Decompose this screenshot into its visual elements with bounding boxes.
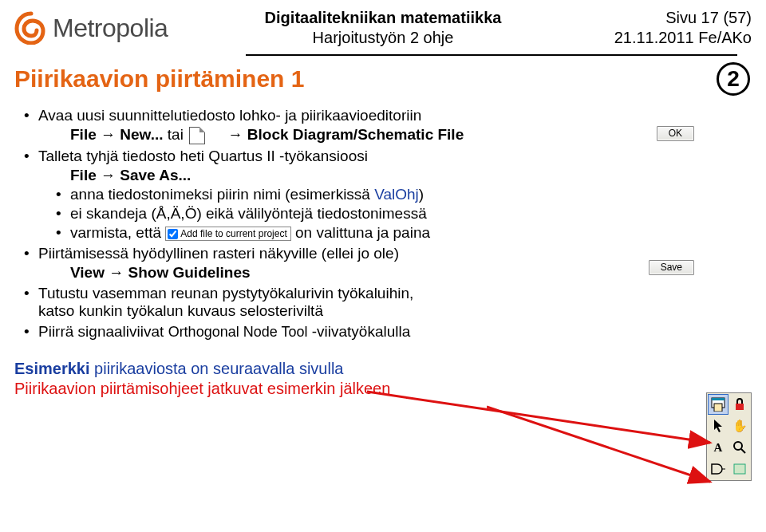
svg-point-4 bbox=[734, 442, 742, 450]
svg-rect-7 bbox=[734, 464, 745, 474]
bullet-draw-c: -viivatyökalulla bbox=[307, 323, 410, 340]
menu-show-guidelines: Show Guidelines bbox=[128, 264, 251, 281]
page-number: Sivu 17 (57) bbox=[614, 8, 752, 28]
palette-lock-icon[interactable] bbox=[729, 394, 750, 415]
brand-logo: Metropolia bbox=[14, 11, 168, 45]
checkbox-input[interactable] bbox=[168, 229, 178, 239]
menu-file: File bbox=[70, 126, 97, 143]
tool-orthogonal-node: Orthogonal Node Tool bbox=[168, 324, 308, 340]
doc-title-line1: Digitaalitekniikan matematiikka bbox=[265, 8, 502, 28]
bullet-raster: Piirtämisessä hyödyllinen rasteri näkyvi… bbox=[38, 245, 752, 282]
subline-view-guidelines: View → Show Guidelines bbox=[38, 264, 752, 282]
sub-no-scand: ei skandeja (Å,Ä,Ö) eikä välilyöntejä ti… bbox=[70, 205, 752, 223]
subline-file-new: File → New... tai → Block Diagram/Schema… bbox=[38, 126, 752, 144]
palette-hand-icon[interactable]: ✋ bbox=[729, 416, 750, 436]
palette-pointer-icon[interactable] bbox=[708, 416, 728, 436]
bullet-draw: Piirrä signaaliviivat Orthogonal Node To… bbox=[38, 323, 752, 341]
doc-meta: Sivu 17 (57) 21.11.2011 Fe/AKo bbox=[614, 8, 752, 48]
save-button[interactable]: Save bbox=[649, 260, 694, 275]
doc-title-line2: Harjoitustyön 2 ohje bbox=[265, 28, 502, 48]
palette-zoom-icon[interactable] bbox=[729, 437, 750, 458]
ok-button[interactable]: OK bbox=[657, 126, 694, 141]
svg-rect-3 bbox=[736, 404, 744, 410]
footer-line1-a: Esimerkki bbox=[14, 360, 90, 377]
menu-view: View bbox=[70, 264, 105, 281]
bullet-open-file-text: Avaa uusi suunnittelutiedosto lohko- ja … bbox=[38, 107, 421, 124]
svg-line-8 bbox=[367, 392, 710, 443]
red-arrow-to-tool bbox=[487, 402, 726, 490]
palette-window-icon[interactable] bbox=[708, 394, 728, 415]
sub-filename-pre: anna tiedostonimeksi piirin nimi (esimer… bbox=[70, 186, 374, 203]
sub-filename-blue: ValOhj bbox=[374, 186, 419, 203]
tool-palette: ✋ A bbox=[706, 392, 752, 481]
menu-file: File bbox=[70, 167, 97, 183]
bullet-tools-b: katso kunkin työkalun kuvaus selosterivi… bbox=[38, 302, 323, 319]
sub-filename: anna tiedostonimeksi piirin nimi (esimer… bbox=[70, 186, 752, 203]
sub-addfile-b: on valittuna ja paina bbox=[295, 224, 430, 241]
svg-rect-2 bbox=[714, 404, 722, 412]
page-badge: 2 bbox=[717, 62, 750, 96]
sub-addfile-a: varmista, että bbox=[70, 224, 165, 241]
menu-block-diagram: Block Diagram/Schematic File bbox=[247, 126, 464, 143]
footer-line1-b: piirikaaviosta on seuraavalla sivulla bbox=[90, 360, 344, 377]
sub-filename-post: ) bbox=[419, 186, 424, 203]
arrow-icon: → bbox=[109, 264, 124, 281]
arrow-icon: → bbox=[228, 126, 243, 143]
menu-new: New... bbox=[120, 126, 163, 143]
section-title: Piirikaavion piirtäminen 1 bbox=[14, 65, 304, 93]
bullet-save-file: Talleta tyhjä tiedosto heti Quartus II -… bbox=[38, 148, 752, 242]
body-list: Avaa uusi suunnittelutiedosto lohko- ja … bbox=[14, 107, 752, 341]
sub-addfile: varmista, että Add file to current proje… bbox=[70, 224, 752, 242]
text-or: tai bbox=[168, 126, 188, 143]
bullet-save-file-text: Talleta tyhjä tiedosto heti Quartus II -… bbox=[38, 148, 368, 164]
footer-line1: Esimerkki piirikaaviosta on seuraavalla … bbox=[14, 360, 752, 378]
brand-text: Metropolia bbox=[53, 14, 168, 43]
menu-saveas: Save As... bbox=[120, 167, 191, 183]
palette-text-icon[interactable]: A bbox=[708, 437, 728, 458]
bullet-tools-a: Tutustu vasemman reunan pystytyökalurivi… bbox=[38, 285, 413, 301]
checkbox-label: Add file to current project bbox=[180, 228, 286, 239]
checkbox-add-file[interactable]: Add file to current project bbox=[165, 227, 290, 241]
svg-line-9 bbox=[487, 407, 710, 482]
palette-block-icon[interactable] bbox=[729, 459, 750, 479]
page-header: Metropolia Digitaalitekniikan matematiik… bbox=[14, 8, 752, 53]
header-rule bbox=[246, 54, 737, 56]
footer-line2: Piirikaavion piirtämisohjeet jatkuvat es… bbox=[14, 380, 752, 398]
bullet-raster-text: Piirtämisessä hyödyllinen rasteri näkyvi… bbox=[38, 245, 399, 262]
arrow-icon: → bbox=[101, 126, 116, 143]
new-file-icon bbox=[189, 127, 205, 144]
svg-line-5 bbox=[741, 449, 745, 453]
swirl-icon bbox=[14, 11, 48, 45]
bullet-draw-a: Piirrä signaaliviivat bbox=[38, 323, 168, 340]
subline-file-saveas: File → Save As... bbox=[38, 167, 752, 184]
doc-date: 21.11.2011 Fe/AKo bbox=[614, 28, 752, 48]
doc-title: Digitaalitekniikan matematiikka Harjoitu… bbox=[265, 8, 502, 48]
arrow-icon: → bbox=[101, 167, 116, 183]
svg-rect-1 bbox=[712, 398, 725, 400]
bullet-open-file: Avaa uusi suunnittelutiedosto lohko- ja … bbox=[38, 107, 752, 144]
palette-gate-icon[interactable] bbox=[708, 459, 728, 479]
save-sublist: anna tiedostonimeksi piirin nimi (esimer… bbox=[38, 186, 752, 242]
bullet-tools: Tutustu vasemman reunan pystytyökalurivi… bbox=[38, 285, 752, 320]
